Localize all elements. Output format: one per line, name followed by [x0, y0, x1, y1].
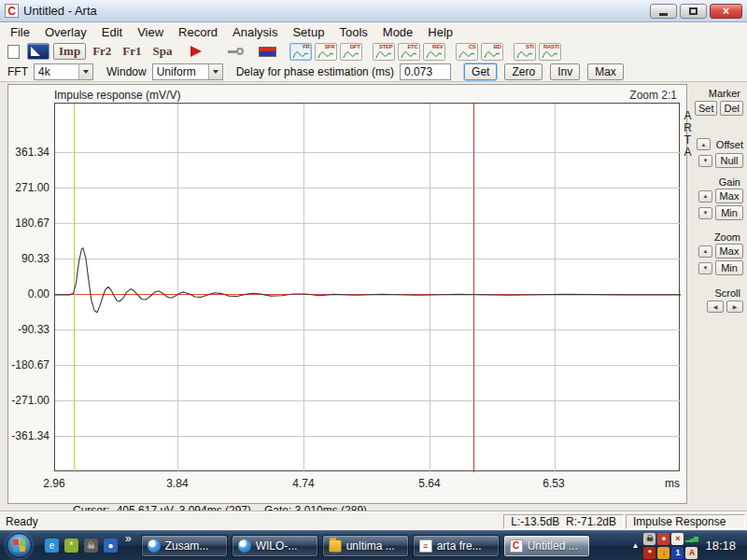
- skull-tray-icon[interactable]: ☠: [643, 533, 655, 545]
- mini-chart-icon: [542, 49, 558, 59]
- zero-button[interactable]: Zero: [504, 63, 543, 80]
- menu-item-setup[interactable]: Setup: [285, 23, 331, 41]
- analysis-button-label: REV: [432, 44, 443, 49]
- analysis-fr-button[interactable]: FR: [289, 43, 312, 61]
- letter-a-tray-icon[interactable]: A: [685, 547, 698, 559]
- mode-imp-button[interactable]: Imp: [53, 43, 86, 60]
- arta-app-icon: C: [5, 4, 19, 18]
- analysis-rev-button[interactable]: REV: [423, 43, 445, 61]
- mini-chart-icon: [375, 49, 392, 59]
- zoom-min-button[interactable]: Min: [715, 260, 743, 275]
- chart-panel: Impulse response (mV/V) Zoom 2:1 361.342…: [7, 84, 687, 504]
- mode-fr1-button[interactable]: Fr1: [118, 43, 146, 60]
- analysis-button-label: RASTI: [543, 44, 559, 49]
- menu-item-analysis[interactable]: Analysis: [225, 23, 285, 41]
- mode-fr2-button[interactable]: Fr2: [88, 43, 116, 60]
- gain-up-button[interactable]: ▲: [698, 190, 712, 203]
- title-bar: C Untitled - Arta ×: [0, 0, 747, 22]
- app-dot-icon[interactable]: *: [64, 539, 78, 553]
- blocked-tray-icon[interactable]: ×: [671, 533, 684, 545]
- analysis-button-label: CS: [469, 44, 476, 49]
- impulse-response-plot[interactable]: [54, 103, 680, 471]
- mini-chart-icon: [426, 49, 443, 59]
- zoom-up-button[interactable]: ▲: [698, 245, 712, 258]
- signal-bars-icon[interactable]: ▂▄▆: [685, 533, 698, 545]
- download-tray-icon[interactable]: ↓: [657, 547, 669, 559]
- menu-item-tools[interactable]: Tools: [331, 23, 374, 41]
- task-button-2[interactable]: WILO-...: [232, 535, 318, 557]
- zoom-max-button[interactable]: Max: [715, 244, 743, 259]
- marker-del-button[interactable]: Del: [720, 101, 743, 116]
- task-button-label: Zusam...: [165, 539, 209, 553]
- minimize-button[interactable]: [650, 4, 677, 19]
- arta-watermark: ARTA: [682, 110, 694, 159]
- offset-null-button[interactable]: Null: [715, 153, 743, 168]
- menu-item-mode[interactable]: Mode: [375, 23, 421, 41]
- taskbar-clock[interactable]: 18:18: [705, 539, 736, 553]
- arrow-tool-button[interactable]: [27, 43, 49, 60]
- internet-icon[interactable]: e: [45, 539, 59, 553]
- impulse-waveform: [55, 248, 681, 313]
- folder-icon: [329, 539, 342, 553]
- scroll-right-button[interactable]: ▶: [726, 301, 743, 313]
- menu-item-file[interactable]: File: [3, 23, 37, 41]
- gain-down-button[interactable]: ▼: [698, 207, 712, 219]
- gain-max-button[interactable]: Max: [715, 189, 743, 203]
- analysis-button-label: BD: [493, 44, 500, 49]
- fft-size-select[interactable]: 4k: [34, 63, 93, 80]
- one-tray-icon[interactable]: 1: [671, 547, 684, 559]
- zoom-down-button[interactable]: ▼: [698, 262, 712, 274]
- x-tick-label: 4.74: [292, 477, 314, 490]
- chevron-expand-icon[interactable]: »: [125, 531, 132, 545]
- analysis-etc-button[interactable]: ETC: [398, 43, 420, 61]
- offset-down-button[interactable]: ▼: [698, 155, 712, 167]
- analysis-sfr-button[interactable]: SFR: [315, 43, 337, 61]
- scroll-left-button[interactable]: ◀: [707, 301, 724, 313]
- mini-chart-icon: [516, 49, 533, 59]
- menu-item-edit[interactable]: Edit: [94, 23, 130, 41]
- document-blue-icon: [148, 539, 161, 553]
- start-button[interactable]: [7, 533, 32, 558]
- task-button-1[interactable]: Zusam...: [141, 535, 228, 557]
- task-button-5[interactable]: CUntitled ...: [503, 535, 590, 557]
- max-button[interactable]: Max: [587, 63, 624, 80]
- marker-set-button[interactable]: Set: [695, 101, 718, 116]
- delay-input[interactable]: 0.073: [400, 63, 451, 80]
- record-play-button[interactable]: [190, 46, 202, 57]
- x-tick-label: 5.64: [418, 477, 440, 490]
- menu-item-overlay[interactable]: Overlay: [37, 23, 94, 41]
- analysis-rasti-button[interactable]: RASTI: [539, 43, 561, 61]
- sphere-app-icon[interactable]: ●: [104, 539, 118, 553]
- analysis-sti-button[interactable]: STI: [514, 43, 536, 61]
- close-button[interactable]: ×: [710, 4, 742, 19]
- analysis-button-label: STI: [526, 44, 533, 49]
- menu-item-help[interactable]: Help: [420, 23, 460, 41]
- level-meter-icon[interactable]: [259, 47, 276, 57]
- plug-icon[interactable]: [228, 48, 244, 55]
- menu-item-record[interactable]: Record: [171, 23, 225, 41]
- task-button-3[interactable]: unltima ...: [322, 535, 409, 557]
- red-alert-tray-icon[interactable]: *: [643, 547, 655, 559]
- fft-size-value: 4k: [38, 65, 50, 78]
- menu-item-view[interactable]: View: [130, 23, 171, 41]
- offset-up-button[interactable]: ▲: [697, 138, 711, 150]
- analysis-button-label: ETC: [407, 44, 417, 49]
- analysis-cs-button[interactable]: CS: [456, 43, 478, 61]
- red-app-tray-icon[interactable]: ●: [657, 533, 669, 545]
- maximize-button[interactable]: [680, 4, 707, 19]
- task-button-4[interactable]: ≡arta fre...: [413, 535, 500, 557]
- analysis-step-button[interactable]: STEP: [373, 43, 395, 61]
- x-axis-unit-label: ms: [665, 477, 680, 490]
- close-icon: ×: [723, 6, 729, 17]
- gain-min-button[interactable]: Min: [715, 205, 743, 220]
- new-file-icon[interactable]: [7, 45, 20, 59]
- tray-expand-icon[interactable]: ▲: [632, 541, 640, 550]
- get-button[interactable]: Get: [464, 63, 497, 80]
- status-mode: Impulse Response: [626, 514, 745, 529]
- skull-icon[interactable]: ☠: [84, 539, 98, 553]
- window-type-select[interactable]: Uniform: [152, 63, 223, 80]
- mode-spa-button[interactable]: Spa: [148, 43, 177, 60]
- analysis-bd-button[interactable]: BD: [481, 43, 503, 61]
- inv-button[interactable]: Inv: [550, 63, 580, 80]
- analysis-dft-button[interactable]: DFT: [340, 43, 362, 61]
